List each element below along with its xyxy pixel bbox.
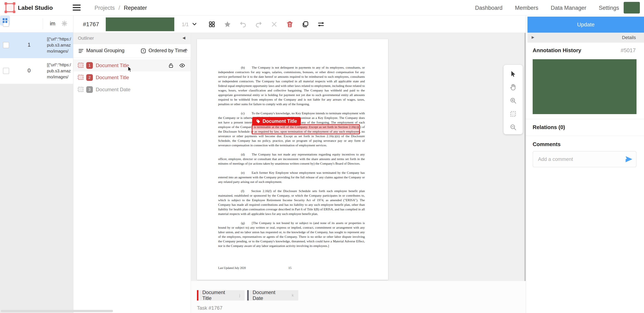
divider — [526, 119, 644, 119]
canvas-tool-palette — [504, 65, 523, 134]
zoom-out-icon[interactable] — [508, 123, 518, 132]
canvas-vertical-scrollbar[interactable] — [524, 33, 526, 313]
region-index-badge: 3 — [86, 86, 93, 93]
task-table-header: im — [0, 16, 73, 33]
breadcrumb-current-project: Repeater — [124, 5, 147, 11]
annotation-history-title: Annotation History — [533, 47, 581, 54]
delete-annotation-trash-icon[interactable] — [285, 20, 294, 29]
region-item-document-title-2[interactable]: 2 Document Title — [73, 72, 191, 84]
comments-section-title: Comments — [533, 141, 560, 148]
comment-input-wrapper — [533, 151, 636, 167]
pointer-tool-icon[interactable] — [508, 69, 518, 79]
label-color-bar — [247, 290, 249, 300]
undo-icon[interactable] — [238, 20, 248, 29]
selected-region-bounding-box[interactable] — [252, 124, 360, 134]
annotation-id: #5017 — [621, 47, 636, 54]
annotator-info-redacted — [106, 18, 174, 31]
ordering-selector[interactable]: Ordered by Time — [148, 48, 186, 53]
region-label[interactable]: Document Title — [96, 75, 129, 80]
annotation-count: 1 — [24, 42, 34, 48]
toolbar-actions — [207, 20, 326, 29]
time-icon — [140, 48, 146, 54]
annotation-count: 0 — [24, 67, 34, 74]
send-comment-icon[interactable] — [625, 155, 633, 163]
tag-icon — [256, 119, 260, 124]
label-text: Document Title — [202, 289, 234, 301]
annotation-pager: 1/1 — [182, 22, 189, 28]
region-item-document-title-1[interactable]: 1 Document Title — [73, 60, 191, 72]
region-item-document-date[interactable]: 3 Document Date — [73, 84, 191, 96]
task-table-panel: im 1 [{"url":"https:/ pub.s3.amaz mo/ima… — [0, 16, 73, 313]
details-header-bar: ▶ Details — [528, 33, 644, 43]
region-index-badge: 1 — [86, 62, 93, 69]
outliner-panel: Outliner ◀ Manual Grouping Ordered by Ti… — [73, 33, 191, 313]
ground-truth-star-icon[interactable] — [223, 20, 232, 29]
pan-hand-tool-icon[interactable] — [508, 83, 518, 92]
fit-screen-icon[interactable] — [508, 109, 518, 118]
nav-dashboard[interactable]: Dashboard — [475, 5, 502, 11]
zoom-in-icon[interactable] — [508, 96, 518, 105]
region-label[interactable]: Document Title — [96, 63, 129, 68]
redo-icon[interactable] — [254, 20, 263, 29]
region-shape-icon — [78, 75, 83, 80]
nav-data-manager[interactable]: Data Manager — [551, 5, 586, 11]
duplicate-annotation-icon[interactable] — [301, 20, 310, 29]
region-row-actions — [168, 62, 185, 69]
label-hotkey: k — [292, 293, 294, 298]
outliner-controls: Manual Grouping Ordered by Time — [73, 44, 191, 58]
label-color-bar — [197, 290, 198, 300]
row-checkbox[interactable] — [3, 68, 9, 74]
label-studio-logo-icon[interactable] — [6, 3, 14, 12]
outliner-title: Outliner — [78, 36, 94, 41]
expand-panel-icon[interactable]: ▶ — [532, 35, 534, 40]
region-label-tag[interactable]: Document Title — [252, 117, 301, 126]
label-button-document-title[interactable]: Document Title j — [197, 290, 245, 300]
collapse-panel-icon[interactable]: ◀ — [182, 36, 185, 40]
settings-sliders-icon[interactable] — [316, 20, 326, 29]
nav-members[interactable]: Members — [515, 5, 538, 11]
nav-settings[interactable]: Settings — [599, 5, 619, 11]
labels-bar: Document Title j Document Date k Task #1… — [191, 281, 526, 313]
user-avatar[interactable] — [624, 2, 640, 14]
annotation-history-redacted — [533, 59, 636, 114]
chevron-down-icon[interactable] — [191, 21, 198, 27]
relations-section-title: Relations (0) — [533, 124, 565, 131]
label-button-document-date[interactable]: Document Date k — [247, 290, 298, 300]
details-sidebar: Update ▶ Details Annotation History #501… — [526, 16, 644, 313]
region-shape-icon — [78, 87, 83, 92]
annotation-toolbar: #1767 1/1 — [73, 16, 526, 33]
column-header-image[interactable]: im — [50, 21, 55, 27]
region-label[interactable]: Document Date — [96, 87, 130, 93]
document-footer-note: Last Updated July 2020 — [218, 266, 246, 270]
grouping-selector[interactable]: Manual Grouping — [86, 48, 124, 53]
eye-visibility-icon[interactable] — [179, 62, 185, 69]
update-button[interactable]: Update — [528, 17, 644, 33]
task-row[interactable]: 0 [{"url":"https:/ pub.s3.amaz mo/images… — [0, 58, 73, 84]
sort-direction-arrow-up-icon[interactable] — [183, 48, 189, 54]
comment-input[interactable] — [538, 152, 621, 167]
details-title: Details — [622, 35, 636, 40]
label-text: Document Date — [252, 289, 286, 301]
reset-close-icon[interactable] — [270, 20, 279, 29]
breadcrumb-projects[interactable]: Projects — [94, 5, 115, 11]
view-all-grid-icon[interactable] — [207, 20, 216, 29]
task-data-preview: [{"url":"https:/ pub.s3.amaz mo/images/ — [47, 36, 73, 54]
document-image[interactable]: (b)The Company is not delinquent in paym… — [197, 39, 388, 280]
task-id-label: #1767 — [83, 21, 99, 28]
top-nav-links: Dashboard Members Data Manager Settings — [475, 5, 619, 11]
header-divider — [43, 19, 43, 29]
document-page-number: 15 — [288, 266, 292, 270]
horizontal-scrollbar[interactable] — [1, 310, 113, 312]
label-studio-app: Label Studio Projects/Repeater Dashboard… — [0, 0, 644, 313]
region-tag-label: Document Title — [262, 118, 297, 124]
task-row-selected[interactable]: 1 [{"url":"https:/ pub.s3.amaz mo/images… — [0, 33, 73, 58]
grouping-list-icon — [78, 48, 84, 54]
region-shape-icon — [78, 63, 83, 68]
row-checkbox[interactable] — [3, 42, 9, 48]
lock-icon[interactable] — [168, 62, 174, 69]
document-text: (b)The Company is not delinquent in paym… — [218, 65, 365, 253]
region-index-badge: 2 — [86, 74, 93, 81]
hamburger-menu-icon[interactable] — [73, 4, 81, 11]
column-settings-gear-icon[interactable] — [61, 20, 68, 27]
outliner-header: Outliner ◀ — [73, 33, 191, 44]
